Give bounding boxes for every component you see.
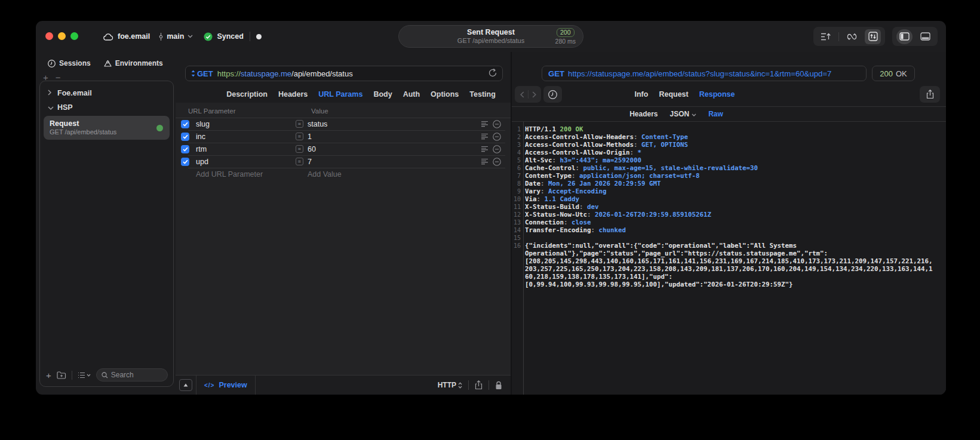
request-list-item[interactable]: Request GET /api/embed/status [44, 116, 170, 140]
url-input[interactable]: GET https://statuspage.me/api/embed/stat… [185, 66, 503, 81]
toggle-sidebar-button[interactable] [896, 29, 913, 44]
request-tab-description[interactable]: Description [226, 90, 268, 103]
import-export-button[interactable] [865, 29, 881, 44]
collapse-panel-button[interactable] [179, 379, 192, 391]
request-tab-url-params[interactable]: URL Params [318, 90, 362, 103]
request-item-title: Request [50, 119, 164, 128]
protocol-select[interactable]: HTTP [438, 381, 462, 389]
response-status-badge: 200 OK [872, 66, 915, 81]
add-param-row[interactable]: Add URL Parameter Add Value [176, 168, 511, 181]
titlebar-divider [250, 32, 250, 41]
remove-row-icon[interactable] [493, 133, 501, 143]
method-stepper-icon[interactable] [191, 70, 195, 77]
response-tab-info[interactable]: Info [635, 90, 649, 99]
share-icon[interactable] [475, 380, 483, 390]
equals-icon: = [296, 145, 303, 153]
chevron-down-icon [188, 35, 193, 38]
sent-request-pill[interactable]: Sent Request GET /api/embed/status 200 2… [398, 25, 583, 48]
sync-loop-button[interactable] [844, 29, 860, 44]
close-window-button[interactable] [45, 32, 53, 40]
equals-icon: = [296, 158, 303, 165]
param-checkbox[interactable] [181, 145, 189, 153]
chevron-down-icon [692, 113, 696, 116]
param-row-inc: inc = 1 [176, 131, 511, 143]
chevron-down-icon [48, 104, 53, 111]
param-name[interactable]: slug [196, 120, 210, 128]
response-subtabs: HeadersJSONRaw [459, 107, 893, 121]
response-line: 2Access-Control-Allow-Headers: Content-T… [512, 133, 946, 141]
request-order-button[interactable] [818, 29, 834, 44]
code-icon: </> [204, 382, 214, 389]
row-drag-icon[interactable] [481, 146, 489, 154]
new-folder-icon[interactable] [57, 371, 66, 379]
pill-subtitle: GET /api/embed/status [457, 37, 524, 45]
row-drag-icon[interactable] [481, 158, 489, 167]
request-tab-headers[interactable]: Headers [278, 90, 308, 103]
remove-row-icon[interactable] [493, 158, 501, 168]
project-name[interactable]: foe.email [118, 32, 150, 41]
param-name[interactable]: upd [196, 158, 208, 166]
param-row-rtm: rtm = 60 [176, 143, 511, 156]
param-name[interactable]: rtm [196, 145, 207, 153]
method-label: GET [197, 69, 213, 78]
request-tab-options[interactable]: Options [431, 90, 459, 103]
param-value[interactable]: 60 [308, 145, 316, 153]
tab-sessions[interactable]: Sessions [48, 59, 91, 67]
toggle-bottom-panel-button[interactable] [917, 29, 933, 44]
response-line: 14Transfer-Encoding: chunked [512, 226, 946, 234]
param-checkbox[interactable] [181, 158, 189, 166]
titlebar: foe.email main Synced Sent Request GET /… [36, 21, 946, 52]
search-input[interactable]: Search [96, 368, 168, 381]
row-drag-icon[interactable] [481, 121, 489, 129]
remove-row-icon[interactable] [493, 145, 501, 155]
request-tab-auth[interactable]: Auth [403, 90, 420, 103]
lock-icon[interactable] [495, 381, 502, 390]
response-line: 12X-Status-Now-Utc: 2026-01-26T20:29:59.… [512, 211, 946, 219]
param-value[interactable]: status [308, 120, 327, 128]
export-response-button[interactable] [920, 86, 940, 103]
sync-status-label: Synced [217, 32, 243, 41]
response-line: 5Alt-Svc: h3=":443"; ma=2592000 [512, 156, 946, 164]
response-subtab-raw[interactable]: Raw [708, 110, 723, 118]
request-tab-body[interactable]: Body [373, 90, 392, 103]
response-request-url[interactable]: GET https://statuspage.me/api/embed/stat… [542, 66, 867, 81]
tree-item-hsp[interactable]: HSP [40, 100, 173, 115]
zoom-window-button[interactable] [70, 32, 78, 40]
response-line: 13Connection: close [512, 219, 946, 226]
add-request-button[interactable]: + [46, 370, 51, 380]
response-line: 1HTTP/1.1 200 OK [512, 125, 946, 133]
response-line: 6Cache-Control: public, max-age=15, stal… [512, 164, 946, 172]
sync-check-icon [204, 32, 213, 41]
response-subtab-json[interactable]: JSON [670, 110, 697, 118]
preview-button[interactable]: </> Preview [196, 381, 255, 389]
param-checkbox[interactable] [181, 120, 189, 128]
request-editor-panel: GET https://statuspage.me/api/embed/stat… [176, 52, 511, 395]
chevron-right-icon [48, 90, 53, 97]
search-icon [102, 372, 108, 379]
response-line: 11X-Status-Build: dev [512, 203, 946, 211]
url-params-table: URL Parameter Value slug = status inc = … [176, 103, 511, 375]
sidebar: Sessions Environments + − [36, 52, 176, 395]
sort-list-icon[interactable] [78, 372, 91, 379]
duration-label: 280 ms [555, 38, 576, 45]
tab-environments[interactable]: Environments [104, 59, 163, 67]
param-checkbox[interactable] [181, 133, 189, 141]
response-line: 3Access-Control-Allow-Methods: GET, OPTI… [512, 141, 946, 149]
param-row-upd: upd = 7 [176, 156, 511, 168]
param-value[interactable]: 7 [308, 158, 312, 166]
response-line: 4Access-Control-Allow-Origin: * [512, 149, 946, 156]
resend-button[interactable] [489, 68, 497, 79]
response-tab-request[interactable]: Request [659, 90, 688, 99]
response-body[interactable]: 1HTTP/1.1 200 OK2Access-Control-Allow-He… [512, 122, 946, 395]
remove-row-icon[interactable] [493, 120, 501, 130]
param-value[interactable]: 1 [308, 133, 312, 141]
environments-icon [104, 60, 112, 67]
row-drag-icon[interactable] [481, 133, 489, 141]
equals-icon: = [296, 120, 303, 128]
minimize-window-button[interactable] [58, 32, 66, 40]
param-name[interactable]: inc [196, 133, 205, 141]
tree-item-foe-email[interactable]: Foe.email [40, 86, 173, 100]
branch-name[interactable]: main [167, 32, 184, 41]
response-tab-response[interactable]: Response [699, 90, 735, 99]
response-subtab-headers[interactable]: Headers [629, 110, 658, 118]
